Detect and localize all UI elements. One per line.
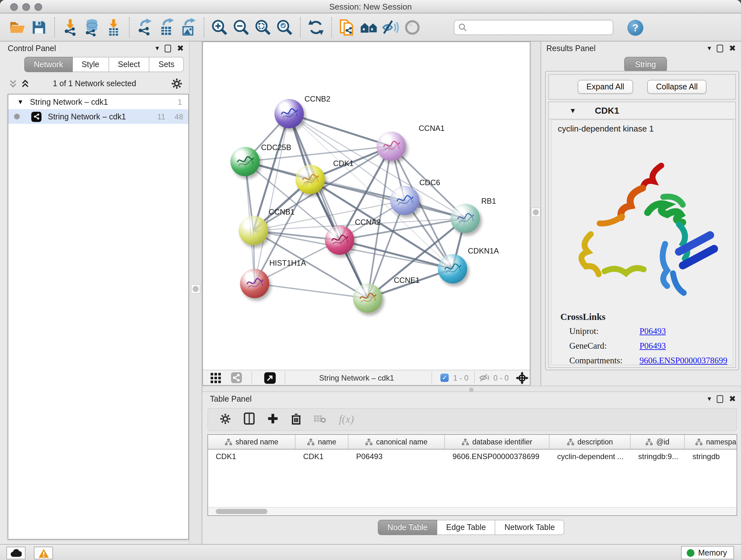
warning-status-button[interactable]: [34, 547, 53, 559]
network-canvas[interactable]: CCNB2CCNA1CDC25BCDK1CDC6RB1CCNB1CCNA2CDK…: [203, 42, 530, 370]
search-input[interactable]: [467, 22, 609, 33]
crosslink-link[interactable]: 9606.ENSP00000378699: [639, 356, 727, 365]
crosslink-link[interactable]: P06493: [639, 326, 666, 336]
select-columns-icon[interactable]: [244, 413, 255, 427]
birdseye-grid-icon[interactable]: [211, 373, 221, 385]
network-node-CDKN1A[interactable]: [438, 254, 467, 284]
cloud-icon: [10, 549, 22, 557]
network-node-CCNB2[interactable]: [274, 99, 304, 128]
string-network-icon: [31, 111, 42, 122]
hidden-eye-icon[interactable]: [479, 373, 490, 384]
left-splitter[interactable]: [189, 42, 202, 544]
network-node-CCNA2[interactable]: [325, 226, 354, 255]
column-header-database-identifier[interactable]: database identifier: [445, 435, 549, 449]
hidden-count: 0 - 0: [493, 374, 509, 382]
memory-button[interactable]: Memory: [681, 546, 734, 559]
open-session-icon[interactable]: [6, 17, 28, 38]
import-table-file-icon[interactable]: [103, 17, 125, 38]
table-cell: stringdb:9...: [630, 449, 685, 463]
clone-network-icon[interactable]: [336, 17, 358, 38]
tab-select[interactable]: Select: [109, 57, 150, 72]
network-node-CDC6[interactable]: [390, 186, 419, 215]
tab-string[interactable]: String: [624, 57, 667, 72]
save-session-icon[interactable]: [28, 17, 50, 38]
network-node-CDC25B[interactable]: [230, 147, 260, 176]
zoom-selected-icon[interactable]: [274, 17, 295, 38]
network-options-gear-icon[interactable]: [171, 78, 183, 91]
memory-status-icon: [687, 549, 694, 557]
move-crosshair-icon[interactable]: [516, 372, 529, 386]
network-view-dot-icon: [14, 114, 20, 119]
network-view-container: CCNB2CCNA1CDC25BCDK1CDC6RB1CCNB1CCNA2CDK…: [202, 42, 530, 386]
table-cell: stringdb: [685, 449, 737, 463]
network-node-CCNB1[interactable]: [239, 216, 268, 245]
tab-network[interactable]: Network: [24, 57, 73, 72]
add-column-icon[interactable]: [267, 413, 278, 426]
column-header-canonical-name[interactable]: canonical name: [348, 435, 445, 449]
expand-all-button[interactable]: Expand All: [578, 80, 633, 94]
right-splitter[interactable]: [530, 42, 541, 386]
network-node-CCNE1[interactable]: [353, 284, 382, 313]
import-network-database-icon[interactable]: [81, 17, 103, 38]
show-overview-icon[interactable]: [358, 17, 380, 38]
float-panel-icon[interactable]: [165, 44, 171, 52]
left-splitter-handle[interactable]: [191, 284, 200, 294]
close-panel-icon[interactable]: ✖: [729, 394, 736, 403]
selected-nodes-checkbox-icon[interactable]: ✓: [441, 374, 449, 382]
table-row[interactable]: CDK1CDK1P064939606.ENSP00000378699cyclin…: [208, 449, 737, 463]
right-splitter-handle[interactable]: [531, 207, 541, 217]
network-node-CDK1[interactable]: [295, 165, 325, 194]
network-node-RB1[interactable]: [451, 204, 480, 233]
column-header-namespace[interactable]: namespace: [685, 435, 737, 449]
help-icon[interactable]: ?: [627, 19, 643, 36]
tab-network-table[interactable]: Network Table: [495, 520, 564, 535]
export-image-icon[interactable]: [178, 17, 199, 38]
network-row-selected[interactable]: String Network – cdk1 11 48: [8, 109, 188, 124]
crosslinks-title: CrossLinks: [560, 312, 605, 322]
apply-layout-icon[interactable]: [305, 17, 327, 38]
collapse-card-icon[interactable]: ▼: [569, 107, 576, 114]
export-view-icon[interactable]: [264, 372, 276, 386]
crosslink-link[interactable]: P06493: [639, 341, 666, 351]
export-network-icon[interactable]: [134, 17, 156, 38]
protein-card-header[interactable]: ▼ CDK1: [549, 102, 735, 119]
collapse-panel-icon[interactable]: ▾: [155, 44, 159, 53]
zoom-fit-icon[interactable]: [252, 17, 274, 38]
collapse-panel-icon[interactable]: ▾: [708, 44, 711, 53]
column-type-icon: [225, 438, 232, 445]
import-network-file-icon[interactable]: [59, 17, 81, 38]
network-view-toolbar: String Network – cdk1 ✓ 1 - 0 0 - 0: [203, 370, 530, 385]
close-panel-icon[interactable]: ✖: [729, 44, 736, 53]
table-horizontal-scrollbar[interactable]: [208, 507, 737, 515]
column-header-description[interactable]: description: [549, 435, 630, 449]
close-panel-icon[interactable]: ✖: [177, 44, 184, 53]
column-header-shared-name[interactable]: shared name: [208, 435, 295, 449]
zoom-out-icon[interactable]: [230, 17, 252, 38]
horizontal-splitter-handle[interactable]: [469, 388, 474, 392]
show-panels-icon[interactable]: [401, 17, 423, 38]
table-options-gear-icon[interactable]: [219, 413, 231, 426]
tab-edge-table[interactable]: Edge Table: [437, 520, 495, 535]
collapse-all-button[interactable]: Collapse All: [647, 80, 707, 94]
tab-node-table[interactable]: Node Table: [378, 520, 437, 535]
network-collection-row[interactable]: ▼ String Network – cdk1 1: [8, 95, 188, 109]
cloud-status-button[interactable]: [6, 547, 25, 559]
tab-style[interactable]: Style: [73, 57, 109, 72]
delete-column-icon[interactable]: [291, 413, 301, 426]
export-table-icon[interactable]: [156, 17, 178, 38]
network-share-icon[interactable]: [231, 372, 242, 385]
horizontal-splitter[interactable]: [202, 386, 741, 392]
network-node-CCNA1[interactable]: [377, 132, 406, 161]
column-header--id[interactable]: @id: [630, 435, 685, 449]
hide-panels-icon[interactable]: [380, 17, 401, 38]
float-panel-icon[interactable]: [717, 44, 723, 52]
scrollbar-thumb[interactable]: [216, 509, 267, 514]
collapse-panel-icon[interactable]: ▾: [708, 394, 711, 403]
tree-expand-icon[interactable]: ▼: [17, 98, 23, 105]
zoom-in-icon[interactable]: [209, 17, 230, 38]
column-header-name[interactable]: name: [295, 435, 348, 449]
tab-sets[interactable]: Sets: [150, 57, 184, 72]
network-edges: [203, 42, 530, 370]
float-panel-icon[interactable]: [717, 395, 723, 402]
network-node-HIST1H1A[interactable]: [240, 269, 269, 298]
